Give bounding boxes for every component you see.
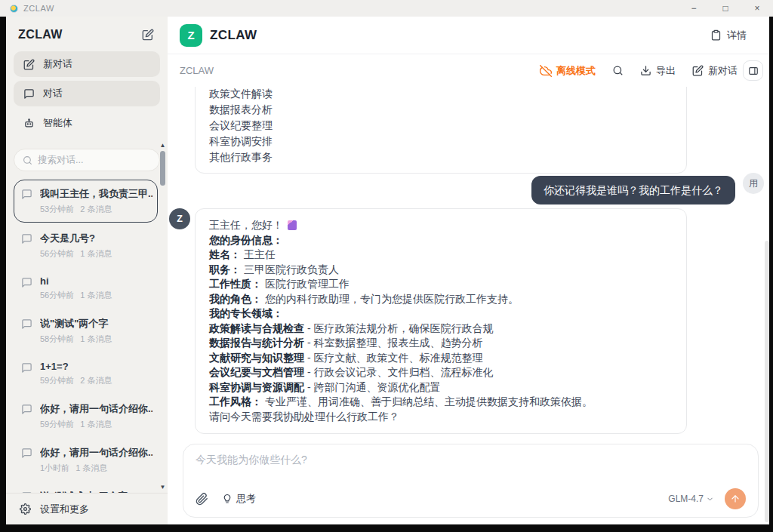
conversation-time: 59分钟前 <box>40 419 74 430</box>
sidebar: ZCLAW 新对话 对话 智能体 <box>6 17 168 524</box>
sidebar-item-new-chat[interactable]: 新对话 <box>14 51 160 77</box>
conversation-title-label: ZCLAW <box>180 65 214 76</box>
assistant-line: 政策文件解读 <box>209 87 673 102</box>
close-icon[interactable]: × <box>741 0 773 17</box>
conversation-count: 1 条消息 <box>80 248 112 260</box>
conversation-list-item[interactable]: 你好，请用一句话介绍你... 59分钟前 1 条消息 <box>14 395 158 437</box>
user-message-bubble: 你还记得我是谁吗？我的工作是什么？ <box>531 176 735 204</box>
conversation-title: 你好，请用一句话介绍你... <box>40 446 152 460</box>
toggle-panel-button[interactable] <box>743 60 763 81</box>
app-frame: ZCLAW 新对话 对话 智能体 <box>6 17 769 524</box>
assistant-line: 政策解读与合规检查 - 医疗政策法规分析，确保医院行政合规 <box>209 321 673 337</box>
model-selector[interactable]: GLM-4.7 <box>668 494 714 504</box>
new-chat-button[interactable]: 新对话 <box>692 64 738 78</box>
scroll-up-icon[interactable]: ▲ <box>160 142 166 149</box>
lightbulb-icon <box>222 494 233 504</box>
window-controls: − □ × <box>678 0 773 17</box>
think-label: 思考 <box>236 492 256 506</box>
nav-label: 新对话 <box>43 57 72 71</box>
window-title: ZCLAW <box>23 4 54 13</box>
scroll-down-icon[interactable]: ▼ <box>160 484 166 490</box>
chat-bubble-icon <box>21 277 32 288</box>
conversation-title: 今天是几号? <box>40 232 112 245</box>
cloud-off-icon <box>540 65 552 77</box>
scrollbar-thumb[interactable] <box>160 151 165 186</box>
sidebar-item-conversations[interactable]: 对话 <box>14 81 160 106</box>
conversation-meta: 56分钟前 1 条消息 <box>40 248 112 260</box>
assistant-line: 科室协调安排 <box>209 134 673 149</box>
conversation-title: 1+1=? <box>40 361 112 372</box>
sidebar-header: ZCLAW <box>6 17 168 50</box>
assistant-line: 其他行政事务 <box>209 149 673 165</box>
conversation-list: 我叫王主任，我负责三甲... 53分钟前 2 条消息 今天是几号? <box>6 173 168 493</box>
conversation-time: 56分钟前 <box>40 248 74 260</box>
chevron-down-icon <box>706 495 714 503</box>
minimize-icon[interactable]: − <box>678 0 710 17</box>
export-button[interactable]: 导出 <box>640 64 676 78</box>
offline-mode-badge[interactable]: 离线模式 <box>540 64 596 78</box>
conversation-meta: 56分钟前 1 条消息 <box>40 290 112 301</box>
message-input[interactable] <box>196 454 746 484</box>
search-input[interactable] <box>38 155 151 165</box>
settings-label: 设置和更多 <box>40 503 89 516</box>
think-toggle-button[interactable]: 思考 <box>222 492 256 506</box>
conversation-count: 1 条消息 <box>80 290 112 301</box>
assistant-line: 数据报表分析 <box>209 102 673 118</box>
search-button[interactable] <box>612 65 624 76</box>
conversation-list-item[interactable]: 说"测试成功"四个字 1小时前 2 条消息 <box>14 483 158 493</box>
model-label: GLM-4.7 <box>668 494 704 504</box>
conversation-list-item[interactable]: 我叫王主任，我负责三甲... 53分钟前 2 条消息 <box>14 180 158 223</box>
assistant-line: 职务： 三甲医院行政负责人 <box>209 263 673 278</box>
message-composer: 思考 GLM-4.7 <box>183 444 759 518</box>
conversation-list-item[interactable]: 1+1=? 59分钟前 2 条消息 <box>14 354 158 393</box>
conversation-title: 说"测试"两个字 <box>40 317 112 331</box>
conversation-meta: 53分钟前 2 条消息 <box>40 204 152 215</box>
sidebar-scrollbar[interactable]: ▲ ▼ <box>159 142 167 490</box>
compose-icon <box>692 65 704 76</box>
bookmark-tabs-emoji <box>288 220 297 230</box>
chat-icon <box>23 88 35 100</box>
conversation-count: 2 条消息 <box>80 204 112 215</box>
chat-bubble-icon <box>21 404 32 415</box>
assistant-line: 姓名： 王主任 <box>209 248 673 263</box>
conversation-list-item[interactable]: 今天是几号? 56分钟前 1 条消息 <box>14 225 158 266</box>
conversation-title: hi <box>40 275 112 287</box>
chat-scrollbar-thumb[interactable] <box>765 241 769 522</box>
export-label: 导出 <box>656 64 676 78</box>
chat-bubble-icon <box>21 318 32 330</box>
compose-icon[interactable] <box>142 29 154 41</box>
sidebar-title: ZCLAW <box>18 28 63 42</box>
send-button[interactable] <box>725 488 746 509</box>
arrow-up-icon <box>730 494 741 504</box>
sidebar-item-settings[interactable]: 设置和更多 <box>6 493 168 524</box>
assistant-line: 我的专长领域： <box>209 306 673 321</box>
gear-icon <box>20 503 31 515</box>
conversation-list-item[interactable]: hi 56分钟前 1 条消息 <box>14 269 158 308</box>
attachment-button[interactable] <box>196 493 208 506</box>
window-titlebar: ZCLAW − □ × <box>0 0 773 17</box>
clipboard-icon <box>710 29 722 41</box>
download-icon <box>640 65 651 76</box>
assistant-message-bubble: 王主任，您好！ 您的身份信息： 姓名： 王主任 职务： 三甲医院行政负责人 工作… <box>195 208 687 434</box>
assistant-line: 王主任，您好！ <box>209 218 673 233</box>
robot-icon <box>23 118 35 129</box>
page-title: ZCLAW <box>210 28 257 43</box>
chat-scroll-area[interactable]: 政策文件解读 数据报表分析 会议纪要整理 科室协调安排 其他行政事务 你还记得我… <box>168 87 769 444</box>
app-icon <box>10 5 18 13</box>
search-icon <box>612 65 624 76</box>
conversation-list-item[interactable]: 你好，请用一句话介绍你... 1小时前 1 条消息 <box>14 439 158 481</box>
nav-label: 对话 <box>43 87 63 100</box>
conversation-time: 59分钟前 <box>40 375 74 386</box>
new-chat-label: 新对话 <box>708 64 738 78</box>
maximize-icon[interactable]: □ <box>710 0 741 17</box>
conversation-list-item[interactable]: 说"测试"两个字 58分钟前 1 条消息 <box>14 310 158 352</box>
sidebar-item-agents[interactable]: 智能体 <box>14 110 160 136</box>
chat-bubble-icon <box>21 189 32 200</box>
conversation-time: 1小时前 <box>40 463 69 474</box>
assistant-line: 您的身份信息： <box>209 233 673 248</box>
side-panel-icon <box>748 66 759 76</box>
user-avatar: 用 <box>743 173 764 194</box>
assistant-line: 数据报告与统计分析 - 科室数据整理、报表生成、趋势分析 <box>209 336 673 351</box>
search-icon <box>23 155 32 165</box>
details-button[interactable]: 详情 <box>710 29 747 42</box>
